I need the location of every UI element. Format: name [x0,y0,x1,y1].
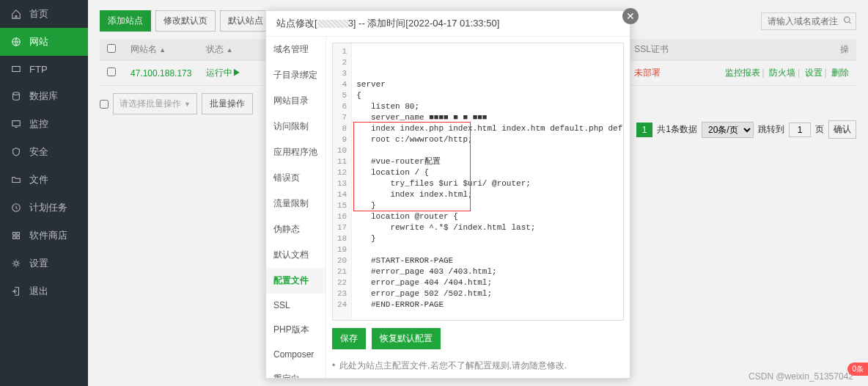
modal-sidebar-item[interactable]: SSL [266,294,326,317]
code-line: } [356,200,624,211]
code-line [356,310,624,321]
modal-sidebar-item[interactable]: 默认文档 [266,242,326,268]
modal-sidebar: 域名管理子目录绑定网站目录访问限制应用程序池错误页流量限制伪静态默认文档配置文件… [266,37,326,378]
modal-close-button[interactable]: ✕ [622,8,639,24]
modal-body: 域名管理子目录绑定网站目录访问限制应用程序池错误页流量限制伪静态默认文档配置文件… [266,37,630,378]
code-line: location @router { [356,211,624,222]
code-line: rewrite ^.*$ /index.html last; [356,222,624,233]
modal-sidebar-item[interactable]: 错误页 [266,165,326,191]
config-editor[interactable]: 123456789101112131415161718192021222324 … [332,43,624,321]
bullet-icon: • [332,360,335,371]
restore-default-button[interactable]: 恢复默认配置 [372,328,441,349]
code-line: try_files $uri $uri/ @router; [356,178,624,189]
modal-sidebar-item[interactable]: 重定向 [266,366,326,378]
modal-sidebar-item[interactable]: 网站目录 [266,88,326,114]
code-line: listen 80; [356,101,624,112]
modal-title: 站点修改[3] -- 添加时间[2022-04-17 01:33:50] [266,11,630,37]
modal-sidebar-item[interactable]: 应用程序池 [266,139,326,165]
code-line: root c:/wwwroot/http; [356,134,624,145]
modal-sidebar-item[interactable]: 伪静态 [266,216,326,242]
code-line: #END-ERROR-PAGE [356,299,624,310]
code-line: error_page 502 /502.html; [356,288,624,299]
title-prefix: 站点修改[ [276,18,317,29]
code-line: #error_page 403 /403.html; [356,266,624,277]
code-line [356,244,624,255]
title-suffix: 3] -- 添加时间[2022-04-17 01:33:50] [348,18,500,29]
modal-sidebar-item[interactable]: 配置文件 [266,268,326,294]
code-line: index index.php index.html index.htm def… [356,123,624,134]
redacted-mask [317,20,348,28]
modal-sidebar-item[interactable]: 流量限制 [266,191,326,216]
site-edit-modal: ✕ 站点修改[3] -- 添加时间[2022-04-17 01:33:50] 域… [265,10,630,379]
code-line: { [356,90,624,101]
corner-badge[interactable]: 0条 [847,363,868,376]
watermark: CSDN @weixin_51357042 [749,371,853,382]
editor-gutter: 123456789101112131415161718192021222324 [333,43,352,320]
modal-sidebar-item[interactable]: Composer [266,343,326,366]
modal-sidebar-item[interactable]: PHP版本 [266,317,326,343]
code-line: #vue-router配置 [356,156,624,167]
code-line: error_page 404 /404.html; [356,277,624,288]
code-line: index index.html; [356,189,624,200]
code-line [356,145,624,156]
code-line: location / { [356,167,624,178]
note-text: 此处为站点主配置文件,若您不了解配置规则,请勿随意修改. [339,360,567,371]
code-line: } [356,233,624,244]
save-button[interactable]: 保存 [332,328,366,349]
editor-code[interactable]: server{ listen 80; server_name ■■■■ ■ ■ … [352,43,624,320]
modal-note: •此处为站点主配置文件,若您不了解配置规则,请勿随意修改. [332,360,624,372]
code-line: server_name ■■■■ ■ ■ ■■■ [356,112,624,123]
modal-sidebar-item[interactable]: 子目录绑定 [266,62,326,88]
close-icon: ✕ [626,10,635,22]
modal-actions: 保存 恢复默认配置 [332,328,624,349]
code-line: #START-ERROR-PAGE [356,255,624,266]
code-line: server [356,79,624,90]
modal-content: 123456789101112131415161718192021222324 … [326,37,630,378]
modal-sidebar-item[interactable]: 访问限制 [266,114,326,139]
modal-sidebar-item[interactable]: 域名管理 [266,37,326,62]
